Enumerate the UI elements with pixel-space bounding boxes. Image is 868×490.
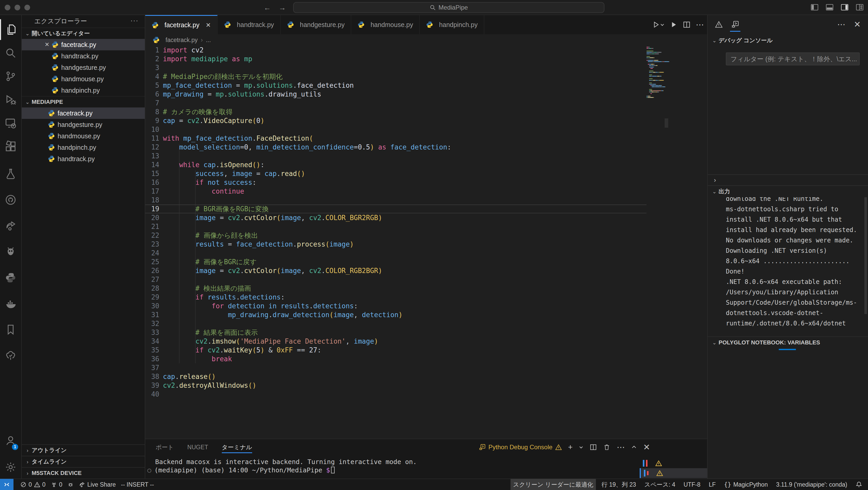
encoding-status[interactable]: UTF-8	[681, 479, 703, 490]
toggle-panel-left-icon[interactable]	[809, 2, 820, 12]
panel-tab-ポート[interactable]: ポート	[156, 439, 174, 455]
code-line-39[interactable]: 39cv2.destroyAllWindows()	[145, 381, 707, 390]
code-editor[interactable]: 1import cv22import mediapipe as mp34# Me…	[145, 46, 707, 439]
tab-facetrack.py[interactable]: facetrack.py✕	[145, 15, 218, 34]
live-share-status[interactable]: Live Share	[76, 479, 118, 490]
code-line-4[interactable]: 4# MediaPipeの顔検出モデルを初期化	[145, 72, 707, 81]
activity-mediapipe-extension-icon[interactable]	[0, 241, 21, 262]
run-file-solid-icon[interactable]	[670, 21, 678, 29]
project-file-handgesture.py[interactable]: handgesture.py	[22, 119, 145, 130]
code-line-7[interactable]: 7	[145, 99, 707, 108]
active-terminal-label[interactable]: Python Debug Console	[478, 443, 562, 451]
activity-docker-icon[interactable]	[0, 293, 21, 314]
code-line-23[interactable]: 23 results = face_detection.process(imag…	[145, 240, 707, 249]
sidebar-section-M5STACK DEVICE[interactable]: ›M5STACK DEVICE	[22, 467, 145, 479]
project-file-handmouse.py[interactable]: handmouse.py	[22, 130, 145, 142]
code-line-21[interactable]: 21	[145, 222, 707, 231]
minimize-window-button[interactable]	[14, 5, 20, 10]
project-file-handpinch.py[interactable]: handpinch.py	[22, 142, 145, 153]
open-editors-header[interactable]: ⌄ 開いているエディター	[22, 28, 145, 39]
code-line-27[interactable]: 27	[145, 275, 707, 284]
aux-more-actions-icon[interactable]: ⋯	[837, 20, 845, 29]
ports-status[interactable]: 0	[48, 479, 65, 490]
code-line-13[interactable]: 13	[145, 152, 707, 160]
terminal-list-item-1[interactable]	[640, 458, 707, 468]
code-line-9[interactable]: 9cap = cv2.VideoCapture(0)	[145, 116, 707, 125]
maximize-window-button[interactable]	[24, 5, 30, 10]
code-line-31[interactable]: 31 mp_drawing.draw_detection(image, dete…	[145, 310, 707, 319]
code-line-5[interactable]: 5mp_face_detection = mp.solutions.face_d…	[145, 81, 707, 90]
code-line-8[interactable]: 8# カメラの映像を取得	[145, 108, 707, 116]
python-interpreter-status[interactable]: 3.11.9 ('mediapipe': conda)	[774, 479, 850, 490]
terminal-profile-dropdown-icon[interactable]	[579, 445, 583, 450]
code-line-26[interactable]: 26 image = cv2.cvtColor(image, cv2.COLOR…	[145, 266, 707, 275]
code-line-12[interactable]: 12 model_selection=0, min_detection_conf…	[145, 143, 707, 152]
tab-handmouse.py[interactable]: handmouse.py	[351, 15, 420, 34]
panel-more-actions-icon[interactable]: ⋯	[617, 442, 625, 452]
problems-status[interactable]: 0 0	[18, 479, 48, 490]
code-line-17[interactable]: 17 continue	[145, 187, 707, 196]
aux-debug-console-tab-icon[interactable]	[731, 15, 739, 34]
close-editor-icon[interactable]: ✕	[44, 41, 51, 48]
open-editor-facetrack.py[interactable]: ✕facetrack.py	[22, 39, 145, 50]
cursor-position-status[interactable]: 行 19、列 23	[599, 479, 639, 490]
code-line-2[interactable]: 2import mediapipe as mp	[145, 55, 707, 63]
code-line-19[interactable]: 19 # BGR画像をRGBに変換	[145, 205, 647, 213]
new-terminal-icon[interactable]: +	[568, 443, 573, 452]
breadcrumb[interactable]: facetrack.py › ...	[145, 34, 707, 46]
code-line-15[interactable]: 15 success, image = cap.read()	[145, 169, 707, 178]
aux-warnings-icon[interactable]	[715, 15, 723, 34]
close-window-button[interactable]	[5, 5, 10, 10]
activity-github-icon[interactable]	[0, 189, 21, 210]
code-line-29[interactable]: 29 if results.detections:	[145, 293, 707, 302]
kill-terminal-icon[interactable]	[603, 443, 611, 451]
aux-close-icon[interactable]: ✕	[854, 20, 861, 29]
activity-search-icon[interactable]	[0, 42, 21, 63]
activity-run-debug-icon[interactable]	[0, 89, 21, 110]
indentation-status[interactable]: スペース: 4	[642, 479, 678, 490]
code-line-25[interactable]: 25 # 画像をBGRに戻す	[145, 257, 707, 266]
vim-mode-indicator[interactable]: -- INSERT --	[118, 479, 156, 490]
open-editor-handpinch.py[interactable]: handpinch.py	[22, 85, 145, 96]
split-terminal-icon[interactable]	[590, 443, 597, 451]
settings-gear-icon[interactable]	[0, 457, 21, 478]
split-editor-icon[interactable]	[683, 21, 690, 29]
activity-testing-icon[interactable]	[0, 163, 21, 184]
code-line-18[interactable]: 18	[145, 196, 707, 205]
command-center-search[interactable]: MediaPipe	[293, 2, 604, 13]
maximize-panel-icon[interactable]	[631, 444, 637, 450]
output-scrollbar[interactable]	[864, 197, 867, 314]
notifications-bell-icon[interactable]	[853, 479, 865, 490]
project-file-facetrack.py[interactable]: facetrack.py	[22, 108, 145, 119]
code-line-10[interactable]: 10	[145, 125, 707, 134]
code-line-28[interactable]: 28 # 検出結果の描画	[145, 284, 707, 293]
sidebar-section-アウトライン[interactable]: ›アウトライン	[22, 444, 145, 456]
language-mode-status[interactable]: {} MagicPython	[721, 479, 771, 490]
open-editor-handgesture.py[interactable]: handgesture.py	[22, 62, 145, 73]
terminal-prompt-line[interactable]: ○(mediapipe) (base) 14:00 ~/Python/Media…	[147, 466, 634, 474]
activity-live-share-icon[interactable]	[0, 215, 21, 236]
activity-python-icon[interactable]	[0, 267, 21, 288]
eol-status[interactable]: LF	[706, 479, 718, 490]
project-header[interactable]: ⌄ MEDIAPIPE	[22, 96, 145, 108]
activity-todo-tree-icon[interactable]	[0, 345, 21, 366]
open-editor-handmouse.py[interactable]: handmouse.py	[22, 73, 145, 85]
close-tab-icon[interactable]: ✕	[206, 22, 211, 29]
toggle-panel-bottom-icon[interactable]	[825, 2, 835, 12]
minimap[interactable]	[647, 47, 680, 114]
terminal-content[interactable]: Backend macosx is interactive backend. T…	[147, 458, 634, 474]
code-line-33[interactable]: 33 # 結果を画面に表示	[145, 328, 707, 337]
debug-repl-input[interactable]: ›	[708, 175, 868, 186]
sidebar-section-タイムライン[interactable]: ›タイムライン	[22, 456, 145, 467]
remote-indicator[interactable]	[0, 479, 13, 490]
project-file-handtrack.py[interactable]: handtrack.py	[22, 153, 145, 164]
terminal-list-item-2[interactable]	[640, 468, 707, 478]
activity-extensions-icon[interactable]	[0, 136, 21, 157]
sidebar-more-icon[interactable]: ···	[130, 15, 138, 27]
code-line-22[interactable]: 22 # 画像から顔を検出	[145, 231, 707, 240]
code-line-35[interactable]: 35 if cv2.waitKey(5) & 0xFF == 27:	[145, 346, 707, 355]
navigate-back-icon[interactable]: ←	[262, 3, 272, 13]
editor-scrollbar[interactable]	[664, 118, 668, 128]
code-line-40[interactable]: 40	[145, 390, 707, 399]
customize-layout-icon[interactable]	[855, 2, 865, 12]
